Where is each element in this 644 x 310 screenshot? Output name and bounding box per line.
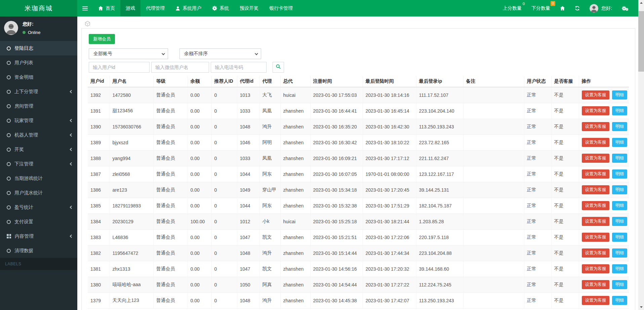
cell-general-agent: zhanshen (280, 150, 310, 166)
brand-logo[interactable]: 米珈商城 (0, 0, 77, 16)
cell-balance: 0.00 (188, 198, 211, 214)
sidebar-item[interactable]: 清理数据 (0, 243, 77, 258)
wechat-username-input[interactable] (151, 62, 209, 73)
set-service-button[interactable]: 设置为客服 (582, 217, 610, 226)
sidebar-item[interactable]: 盈亏统计 (0, 200, 77, 215)
nav-item-7[interactable]: 银行卡管理 (264, 0, 298, 16)
up-score-count: 0 (523, 2, 525, 6)
cell-level: 普通会员 (153, 182, 188, 198)
detail-button[interactable]: 明细 (612, 138, 627, 147)
home-button[interactable] (560, 6, 565, 11)
cell-last-login-time: 2023-01-30 18:21:44 (363, 214, 416, 229)
user-menu[interactable]: 您好: (590, 4, 612, 13)
sidebar: 您好: Online 登陆日志用户列表资金明细上下分管理房间管理玩家管理机器人管… (0, 16, 77, 310)
nav-item-4[interactable]: 系统用户 (170, 0, 207, 16)
sidebar-item[interactable]: 玩家管理 (0, 113, 77, 128)
sidebar-toggle-button[interactable] (77, 0, 93, 16)
search-button[interactable] (273, 62, 284, 73)
cell-balance: 0.00 (188, 293, 211, 308)
user-id-input[interactable] (89, 62, 150, 73)
scrollbar-thumb[interactable] (638, 11, 644, 72)
col-user-status: 用户状态 (524, 76, 551, 87)
cell-balance: 0.00 (188, 103, 211, 119)
sidebar-item[interactable]: 当期游戏统计 (0, 171, 77, 186)
nav-item-label: 代理管理 (146, 5, 165, 11)
balance-sort-select[interactable]: 余额不排序 (179, 48, 261, 59)
set-service-button[interactable]: 设置为客服 (582, 90, 610, 100)
up-score-item[interactable]: 上分数量 0 (503, 0, 522, 16)
detail-button[interactable]: 明细 (612, 296, 627, 305)
detail-button[interactable]: 明细 (612, 233, 627, 242)
nav-item-2[interactable]: 游戏 (120, 0, 140, 16)
sidebar-item[interactable]: 支付设置 (0, 215, 77, 229)
circle-outline-icon (7, 249, 11, 253)
detail-button[interactable]: 明细 (612, 248, 627, 258)
sidebar-item[interactable]: 资金明细 (0, 70, 77, 84)
nav-item-3[interactable]: 代理管理 (140, 0, 170, 16)
detail-button[interactable]: 明细 (612, 217, 627, 226)
add-member-button[interactable]: 新增会员 (89, 34, 115, 44)
cell-user-status: 正常 (524, 134, 551, 150)
detail-button[interactable]: 明细 (612, 201, 627, 210)
sidebar-item[interactable]: 房间管理 (0, 99, 77, 113)
nav-item-6[interactable]: 预设开奖 (234, 0, 264, 16)
sidebar-item[interactable]: 内容管理 (0, 229, 77, 243)
set-service-button[interactable]: 设置为客服 (582, 106, 610, 115)
scroll-up-button[interactable] (638, 0, 644, 6)
set-service-button[interactable]: 设置为客服 (582, 201, 610, 210)
detail-button[interactable]: 明细 (612, 106, 627, 115)
cell-last-login-time: 2023-01-30 16:45:14 (363, 103, 416, 119)
sidebar-item[interactable]: 上下分管理 (0, 84, 77, 99)
cell-actions: 设置为客服明细 (579, 214, 629, 229)
sidebar-item[interactable]: 机器人管理 (0, 128, 77, 142)
cell-level: 普通会员 (153, 87, 188, 103)
detail-button[interactable]: 明细 (612, 280, 627, 289)
sidebar-item[interactable]: 下注管理 (0, 157, 77, 171)
detail-button[interactable]: 明细 (612, 169, 627, 179)
hexagon-icon[interactable] (85, 21, 90, 28)
phone-number-input[interactable] (211, 62, 267, 73)
set-service-button[interactable]: 设置为客服 (582, 264, 610, 273)
detail-button[interactable]: 明细 (612, 90, 627, 100)
set-service-button[interactable]: 设置为客服 (582, 280, 610, 289)
set-service-button[interactable]: 设置为客服 (582, 154, 610, 163)
cell-is-service: 不是 (551, 245, 579, 261)
account-filter-select[interactable]: 全部账号 (89, 48, 168, 59)
set-service-button[interactable]: 设置为客服 (582, 248, 610, 258)
chevron-left-icon (70, 162, 73, 166)
nav-item-5[interactable]: 系统 (207, 0, 234, 16)
down-score-item[interactable]: 下分数量 0 (531, 0, 550, 16)
sidebar-section-label: LABELS (0, 258, 77, 270)
refresh-button[interactable] (575, 6, 580, 11)
cell-actions: 设置为客服明细 (579, 229, 629, 245)
set-service-button[interactable]: 设置为客服 (582, 296, 610, 305)
cell-referrer-id: 0 (211, 198, 237, 214)
detail-button[interactable]: 明细 (612, 122, 627, 131)
sidebar-item[interactable]: 登陆日志 (0, 41, 77, 55)
cell-balance: 0.00 (188, 134, 211, 150)
sidebar-item[interactable]: 用户列表 (0, 55, 77, 70)
detail-button[interactable]: 明细 (612, 264, 627, 273)
cell-agent-id: 1013 (237, 87, 259, 103)
scroll-down-button[interactable] (638, 304, 644, 310)
set-service-button[interactable]: 设置为客服 (582, 122, 610, 131)
cell-last-login-time: 2023-01-30 17:42:07 (363, 293, 416, 308)
set-service-button[interactable]: 设置为客服 (582, 185, 610, 194)
detail-button[interactable]: 明细 (612, 154, 627, 163)
cell-remark (463, 166, 524, 182)
detail-button[interactable]: 明细 (612, 185, 627, 194)
circle-outline-icon (7, 133, 11, 137)
nav-item-1[interactable]: 首页 (93, 0, 120, 16)
cell-level: 普通会员 (153, 166, 188, 182)
set-service-button[interactable]: 设置为客服 (582, 233, 610, 242)
cell-actions: 设置为客服明细 (579, 182, 629, 198)
set-service-button[interactable]: 设置为客服 (582, 138, 610, 147)
settings-button[interactable] (622, 6, 628, 11)
sidebar-item[interactable]: 用户流水统计 (0, 186, 77, 200)
cell-remark (463, 293, 524, 308)
scrollbar[interactable] (638, 0, 644, 310)
sidebar-item[interactable]: 开奖 (0, 142, 77, 157)
sidebar-item-label: 当期游戏统计 (14, 176, 43, 182)
col-user-id: 用户id (88, 76, 110, 87)
set-service-button[interactable]: 设置为客服 (582, 169, 610, 179)
